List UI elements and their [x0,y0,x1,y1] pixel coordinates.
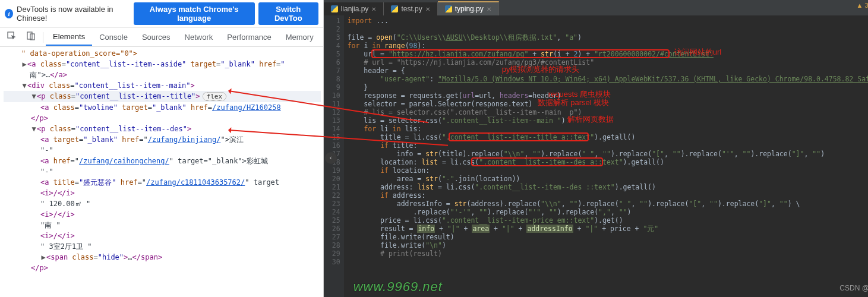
tab-performance[interactable]: Performance [220,29,278,45]
dom-node-title[interactable]: ▼<p class="content__list--item--title">f… [4,91,321,102]
expand-icon[interactable]: ▼ [21,80,27,91]
devtools-pane: i DevTools is now available in Chinese! … [0,0,324,297]
dom-node[interactable]: " data-operation_score="0"> [21,49,137,58]
devtools-banner: i DevTools is now available in Chinese! … [0,0,323,28]
gutter-fold-icon[interactable]: ‹ [325,152,337,164]
device-icon[interactable] [21,29,40,45]
svg-rect-1 [27,32,32,39]
tab-memory[interactable]: Memory [279,29,321,45]
expand-icon[interactable]: ▶ [21,59,27,69]
close-icon[interactable]: ✕ [487,6,491,12]
devtools-toolbar: Elements Console Sources Network Perform… [0,28,323,47]
warn-count[interactable]: ▲ 3 [857,2,868,9]
python-icon [445,5,452,12]
ide-tab-lianjia[interactable]: lianjia.py✕ [324,2,384,15]
dom-node-des[interactable]: ▼<p class="content__list--item--des"> [4,124,321,134]
tab-console[interactable]: Console [92,29,135,45]
python-icon [331,5,338,12]
inspect-icon[interactable] [2,29,21,45]
ide-tab-typing[interactable]: typing.py✕ [438,1,499,15]
python-icon [391,5,398,12]
code-body[interactable]: import ... file = open("C:\\Users\\AUSU\… [344,15,868,297]
close-icon[interactable]: ✕ [425,6,430,12]
banner-msg: DevTools is now available in Chinese! [17,5,130,23]
tab-network[interactable]: Network [178,29,220,45]
status-indicators: ▲ 3 ▲ 1 ✔ 2 ^ ⋮ [857,1,868,9]
tab-sources[interactable]: Sources [135,29,178,45]
dom-tree[interactable]: " data-operation_score="0"> ▶<a class="c… [0,47,323,297]
ide-tab-test[interactable]: test.py✕ [384,2,437,15]
close-icon[interactable]: ✕ [371,6,376,12]
banner-btn-match[interactable]: Always match Chrome's language [134,2,255,25]
banner-btn-switch[interactable]: Switch DevToo [258,2,318,25]
info-icon: i [5,9,13,18]
flex-badge[interactable]: flex [203,92,227,101]
tab-elements[interactable]: Elements [46,29,92,46]
code-editor[interactable]: 1234567891011121314151617181920212223242… [324,15,868,297]
ide-tab-bar: lianjia.py✕ test.py✕ typing.py✕ [324,0,868,15]
expand-icon[interactable]: ▶ [40,252,46,263]
ide-pane: lianjia.py✕ test.py✕ typing.py✕ ▲ 3 ▲ 1 … [324,0,868,297]
